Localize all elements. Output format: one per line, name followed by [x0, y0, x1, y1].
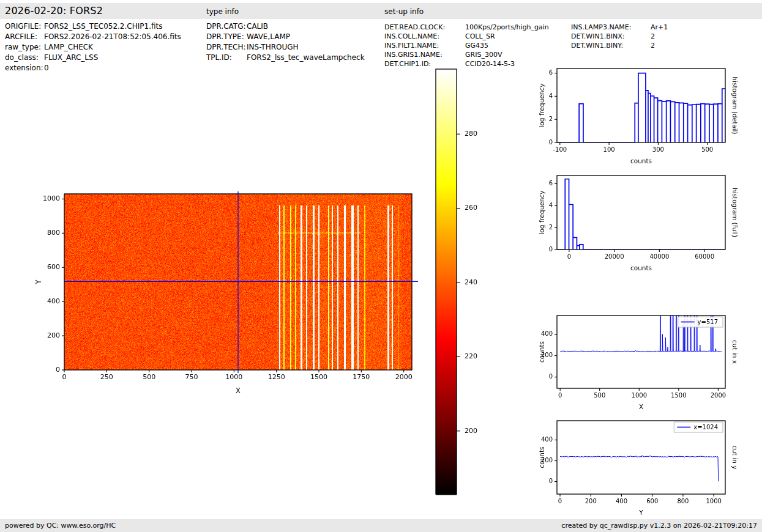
cut-in-x-plot	[532, 308, 762, 415]
file-info-row: ORIGFILE:FORS2_LSS_TEC052.2.CHIP1.fits	[5, 21, 181, 32]
type-info-row: DPR.CATG:CALIB	[206, 21, 365, 32]
info-value: FLUX_ARC_LSS	[44, 53, 98, 63]
footer-powered-by: powered by QC: www.eso.org/HC	[5, 522, 116, 530]
setup-info-row: INS.COLL.NAME:COLL_SR	[384, 32, 549, 41]
info-label: ORIGFILE:	[5, 21, 44, 32]
file-info-row: raw_type:LAMP_CHECK	[5, 42, 181, 53]
info-value: FORS2_LSS_TEC052.2.CHIP1.fits	[44, 21, 162, 32]
header-bar: 2026-02-20: FORS2 type info set-up info	[0, 3, 762, 19]
info-label: DPR.TYPE:	[206, 32, 247, 42]
info-label: INS.FILT1.NAME:	[384, 41, 465, 50]
info-value: WAVE,LAMP	[247, 32, 290, 42]
setup-info-block-col1: DET.READ.CLOCK:100Kps/2ports/high_gain I…	[384, 23, 549, 68]
info-label: raw_type:	[5, 42, 44, 53]
info-label: DET.READ.CLOCK:	[384, 23, 465, 32]
info-value: FORS2.2026-02-21T08:52:05.406.fits	[44, 32, 181, 42]
info-value: 2	[651, 32, 655, 41]
info-value: LAMP_CHECK	[44, 42, 93, 53]
setup-info-row: INS.FILT1.NAME:GG435	[384, 41, 549, 50]
histogram-full-plot	[532, 167, 762, 274]
type-info-block: DPR.CATG:CALIB DPR.TYPE:WAVE,LAMP DPR.TE…	[206, 21, 365, 63]
info-label: DET.WIN1.BINX:	[571, 32, 651, 41]
file-info-block: ORIGFILE:FORS2_LSS_TEC052.2.CHIP1.fits A…	[5, 21, 181, 73]
info-value: COLL_SR	[465, 32, 495, 41]
file-info-row: ARCFILE:FORS2.2026-02-21T08:52:05.406.fi…	[5, 32, 181, 42]
info-value: 2	[651, 41, 655, 50]
type-info-heading: type info	[206, 7, 239, 16]
info-value: FORS2_lss_tec_waveLampcheck	[247, 53, 365, 63]
info-value: INS-THROUGH	[247, 42, 299, 53]
qc-report-page: { "header": { "title": "2026-02-20: FORS…	[0, 0, 762, 532]
file-info-row: do_class:FLUX_ARC_LSS	[5, 53, 181, 63]
setup-info-row: DET.WIN1.BINX:2	[571, 32, 668, 41]
info-label: INS.LAMP3.NAME:	[571, 23, 651, 32]
info-value: 0	[44, 63, 49, 73]
setup-info-heading: set-up info	[384, 7, 424, 16]
info-label: INS.COLL.NAME:	[384, 32, 465, 41]
type-info-row: TPL.ID:FORS2_lss_tec_waveLampcheck	[206, 53, 365, 63]
info-value: 100Kps/2ports/high_gain	[465, 23, 549, 32]
footer-created-by: created by qc_rawdisp.py v1.2.3 on 2026-…	[561, 522, 757, 530]
setup-info-row: INS.LAMP3.NAME:Ar+1	[571, 23, 668, 32]
setup-info-row: DET.WIN1.BINY:2	[571, 41, 668, 50]
raw-image-plot	[24, 177, 428, 404]
type-info-row: DPR.TYPE:WAVE,LAMP	[206, 32, 365, 42]
info-value: CALIB	[247, 21, 268, 32]
info-label: TPL.ID:	[206, 53, 247, 63]
info-label: DPR.TECH:	[206, 42, 247, 53]
file-info-row: extension:0	[5, 63, 181, 73]
footer-bar: powered by QC: www.eso.org/HC created by…	[0, 519, 762, 532]
info-label: DPR.CATG:	[206, 21, 247, 32]
info-label: ARCFILE:	[5, 32, 44, 42]
page-title: 2026-02-20: FORS2	[5, 5, 103, 17]
info-label: DET.WIN1.BINY:	[571, 41, 651, 50]
info-label: extension:	[5, 63, 44, 73]
info-label: INS.GRIS1.NAME:	[384, 50, 465, 59]
info-value: GG435	[465, 41, 488, 50]
setup-info-block-col2: INS.LAMP3.NAME:Ar+1 DET.WIN1.BINX:2 DET.…	[571, 23, 668, 50]
histogram-detail-plot	[532, 60, 762, 167]
cut-in-y-plot	[532, 412, 762, 519]
info-value: Ar+1	[651, 23, 668, 32]
info-value: GRIS_300V	[465, 50, 502, 59]
type-info-row: DPR.TECH:INS-THROUGH	[206, 42, 365, 53]
colorbar	[428, 64, 490, 501]
setup-info-row: DET.READ.CLOCK:100Kps/2ports/high_gain	[384, 23, 549, 32]
setup-info-row: INS.GRIS1.NAME:GRIS_300V	[384, 50, 549, 59]
info-label: do_class:	[5, 53, 44, 63]
